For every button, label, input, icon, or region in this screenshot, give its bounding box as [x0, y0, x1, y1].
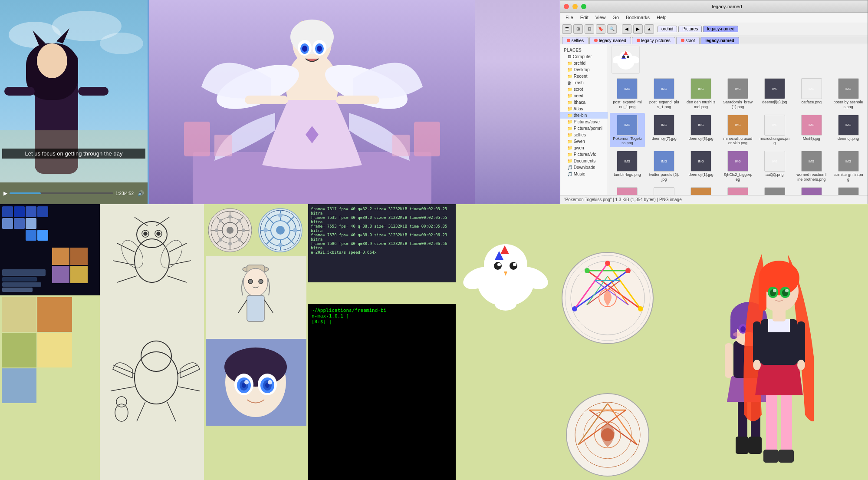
file-item-10[interactable]: IMG minecraft crusader skin.png [720, 113, 756, 148]
svg-point-99 [228, 242, 232, 245]
file-item-24[interactable]: IMG received_1295089900542873.jpeg [720, 185, 756, 195]
toolbar-up[interactable]: ▲ [644, 24, 654, 34]
toolbar-grid-view[interactable]: ⊞ [573, 24, 583, 34]
sidebar-item-gwen-cap[interactable]: 📁 Gwen [560, 138, 608, 145]
window-max-btn[interactable] [581, 4, 586, 9]
file-item-1[interactable]: IMG post_expand_plus_1.png [647, 76, 682, 111]
file-item-18[interactable]: IMG aaQQ.png [757, 149, 792, 184]
tab-legacy-named-active[interactable]: legacy-named [703, 26, 738, 32]
window-close-btn[interactable] [564, 4, 569, 9]
file-item-27[interactable]: IMG Emma- Wha.jpg [831, 185, 866, 195]
sidebar-item-computer[interactable]: 🖥 Computer [560, 53, 608, 60]
retro-game-panel[interactable] [0, 204, 100, 295]
terminal-panel[interactable]: ~/Applications/freemind-bi n-max-1.0.1 ]… [308, 304, 456, 480]
sidebar-item-need[interactable]: 📁 need [560, 93, 608, 99]
sidebar-item-pictures-vfc[interactable]: 📁 Pictures/vfc [560, 151, 608, 158]
file-name: catface.png [801, 100, 822, 105]
file-icon: IMG [838, 78, 859, 99]
file-item-7[interactable]: IMG Pokemon Togekiss.png [610, 113, 645, 148]
file-item-8[interactable]: IMG deemoji(7).jpg [647, 113, 682, 148]
file-item-22[interactable]: IMG Polynomial third order.gif [647, 185, 682, 195]
menu-bookmarks[interactable]: Bookmarks [622, 14, 653, 21]
menu-file[interactable]: File [562, 14, 577, 21]
sidebar-item-orchid[interactable]: 📁 orchid [560, 60, 608, 66]
sidebar-item-documents[interactable]: 📁 Documents [560, 158, 608, 164]
tab-pictures[interactable]: Pictures [678, 26, 702, 32]
sidebar-item-desktop[interactable]: 📁 Desktop [560, 66, 608, 73]
toolbar-back[interactable]: ◀ [622, 24, 631, 34]
left-video-panel: Let us focus on getting through the day … [0, 0, 148, 204]
togekiss-icon [613, 46, 639, 73]
file-item-5[interactable]: IMG catface.png [794, 76, 829, 111]
file-item-0[interactable]: IMG post_expand_minu_1.png [610, 76, 645, 111]
file-item-12[interactable]: IMG Mei(5).jpg [794, 113, 829, 148]
toolbar-list-view[interactable]: ☰ [562, 24, 572, 34]
circle-mandala-2 [256, 206, 305, 255]
file-item-26[interactable]: IMG pastel 6 arrangement.png [794, 185, 829, 195]
toolbar-bookmark[interactable]: 🔖 [596, 24, 605, 34]
file-item-14[interactable]: IMG tumblr-logo.png [610, 149, 645, 184]
file-item-20[interactable]: IMG scimitar griffin.png [831, 149, 866, 184]
play-button[interactable]: ▶ [3, 190, 7, 196]
sidebar-item-downloads[interactable]: 🎵 Downloads [560, 164, 608, 171]
sidebar-item-selfies[interactable]: 📁 selfies [560, 132, 608, 138]
window-title: legacy-named [590, 4, 864, 9]
tab-legacy-named-2[interactable]: legacy-named [700, 37, 739, 44]
tab-legacy-named-1[interactable]: legacy-named [589, 37, 631, 44]
sidebar-item-gwen[interactable]: 📁 gwen [560, 145, 608, 151]
toolbar-forward[interactable]: ▶ [633, 24, 643, 34]
sidebar-item-atlas[interactable]: 📁 Atlas [560, 106, 608, 112]
menu-help[interactable]: Help [653, 14, 670, 21]
file-item-19[interactable]: IMG worried reaction fine brothers.png [794, 149, 829, 184]
sidebar-item-pictures-pomni[interactable]: 📁 Pictures/pomni [560, 125, 608, 132]
file-icon: IMG [764, 151, 785, 172]
tab-scrot[interactable]: scrot [676, 37, 700, 44]
game-screen-svg [0, 204, 100, 295]
file-item-6[interactable]: IMG poser by assholes.png [831, 76, 866, 111]
toolbar-panel-view[interactable]: ⊟ [585, 24, 594, 34]
toolbar-search[interactable]: 🔍 [607, 24, 617, 34]
sidebar-item-pictures-cave[interactable]: 📁 Pictures/cave [560, 119, 608, 125]
pentagram-panel [556, 204, 660, 480]
fm-statusbar: "Pokemon Togekiss.png" | 1.3 KiB (1,354 … [560, 195, 868, 204]
svg-rect-215 [759, 280, 766, 311]
ffmpeg-line-2: frame= 7535 fps= 40 q=39.0 size= 31232Ki… [311, 215, 453, 224]
file-item-16[interactable]: IMG deemoji(1).jpg [684, 149, 719, 184]
menu-go[interactable]: Go [609, 14, 622, 21]
file-item-17[interactable]: IMG SjhClx2_biggerj.eg [720, 149, 756, 184]
svg-point-103 [238, 238, 241, 242]
file-item-15[interactable]: IMG twitter panels (2).jpg [647, 149, 682, 184]
subtitle-text: Let us focus on getting through the day [25, 150, 123, 157]
subtitle-bar: Let us focus on getting through the day [2, 149, 145, 159]
volume-icon[interactable]: 🔊 [138, 190, 144, 196]
file-item-13[interactable]: IMG deemoji.png [831, 113, 866, 148]
progress-bar[interactable] [10, 192, 113, 194]
menu-view[interactable]: View [592, 14, 609, 21]
svg-line-64 [169, 243, 187, 252]
menu-edit[interactable]: Edit [577, 14, 592, 21]
file-item-3[interactable]: IMG Saradomin_brew(1).png [720, 76, 756, 111]
anime-screenshot-left[interactable]: Let us focus on getting through the day [0, 0, 148, 182]
file-item-2[interactable]: IMG den den mushi smol.png [684, 76, 719, 111]
sidebar-item-music[interactable]: 🎵 Music [560, 171, 608, 177]
sidebar-item-ithaca[interactable]: 📁 Ithaca [560, 99, 608, 106]
svg-line-65 [113, 261, 135, 265]
file-item-4[interactable]: IMG deemoji(3).jpg [757, 76, 792, 111]
file-item-11[interactable]: IMG microchungus.png [757, 113, 792, 148]
tab-selfies[interactable]: selfies [562, 37, 589, 44]
video-controls[interactable]: ▶ 1:23/4:52 🔊 [0, 182, 148, 204]
sidebar-item-scrot[interactable]: 📁 scrot [560, 86, 608, 93]
file-item-9[interactable]: IMG deemoji(5).jpg [684, 113, 719, 148]
sidebar-item-the-bin[interactable]: 📁 the-bin [560, 112, 608, 119]
bird-thumbnail [612, 46, 640, 74]
tab-orchid[interactable]: orchid [658, 26, 677, 32]
svg-point-86 [227, 227, 233, 234]
sidebar-item-recent[interactable]: 📁 Recent [560, 73, 608, 79]
file-item-25[interactable]: IMG received_1278354635549733.jpeg [757, 185, 792, 195]
window-min-btn[interactable] [572, 4, 578, 9]
tab-legacy-pictures[interactable]: legacy-pictures [632, 37, 675, 44]
sidebar-item-trash[interactable]: 🗑 Trash [560, 79, 608, 86]
file-item-21[interactable]: IMG X5znai2k_normalj.pg [610, 185, 645, 195]
terminal-line-2: n-max-1.0.1 ] [312, 313, 452, 319]
file-item-23[interactable]: IMG mafia wars gaming grandpa.jpg [684, 185, 719, 195]
